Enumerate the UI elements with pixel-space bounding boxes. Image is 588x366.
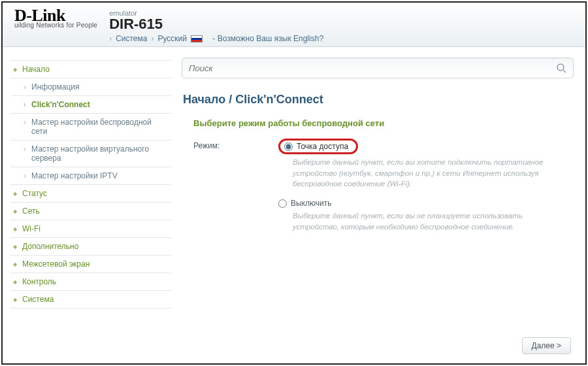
option-description: Выберите данный пункт, если вы не планир… — [293, 210, 561, 232]
sidebar-item-system[interactable]: Система — [10, 291, 171, 308]
sidebar-item-iptv-wizard[interactable]: Мастер настройки IPTV — [10, 167, 171, 185]
brand-logo: D-Link — [14, 8, 97, 23]
sidebar-item-wifi[interactable]: Wi-Fi — [10, 220, 171, 238]
search-field[interactable] — [182, 58, 574, 78]
option-disable: Выключить Выберите данный пункт, если вы… — [278, 199, 574, 232]
radio-access-point[interactable] — [284, 142, 293, 151]
header-crumbs: › Система › Русский - Возможно Ваш язык … — [109, 34, 323, 43]
sidebar-item-network[interactable]: Сеть — [10, 203, 171, 220]
sidebar-item-firewall[interactable]: Межсетевой экран — [10, 256, 171, 273]
search-input[interactable] — [189, 63, 556, 73]
logo-block: D-Link uilding Networks for People — [14, 8, 97, 29]
breadcrumb: Начало / Click'n'Connect — [183, 93, 574, 107]
section-title: Выберите режим работы беспроводной сети — [193, 118, 574, 128]
chevron-icon: › — [151, 34, 154, 43]
sidebar-item-status[interactable]: Статус — [10, 185, 171, 203]
header: D-Link uilding Networks for People emula… — [3, 3, 585, 47]
option-label[interactable]: Точка доступа — [297, 142, 348, 151]
mode-label: Режим: — [193, 139, 278, 150]
sidebar-item-clicknconnect[interactable]: Click'n'Connect — [10, 96, 171, 114]
svg-line-1 — [563, 70, 566, 73]
sidebar-item-wifi-wizard[interactable]: Мастер настройки беспроводной сети — [10, 114, 171, 141]
language-suggestion[interactable]: - Возможно Ваш язык English? — [212, 34, 323, 43]
brand-tagline: uilding Networks for People — [14, 22, 97, 29]
svg-point-0 — [557, 64, 564, 71]
sidebar-item-start[interactable]: Начало — [10, 61, 171, 78]
next-button[interactable]: Далее > — [522, 337, 572, 354]
radio-disable[interactable] — [278, 199, 287, 208]
option-description: Выберите данный пункт, если вы хотите по… — [293, 157, 561, 190]
sidebar-item-advanced[interactable]: Дополнительно — [10, 238, 171, 256]
option-access-point: Точка доступа Выберите данный пункт, есл… — [278, 139, 574, 190]
nav-menu: Начало Информация Click'n'Connect Мастер… — [10, 60, 171, 308]
option-label[interactable]: Выключить — [291, 199, 331, 208]
sidebar-item-vserver-wizard[interactable]: Мастер настройки виртуального сервера — [10, 141, 171, 167]
search-icon — [556, 63, 566, 73]
highlight-callout: Точка доступа — [278, 139, 358, 154]
content-area: Начало / Click'n'Connect Выберите режим … — [178, 51, 585, 363]
sidebar-item-info[interactable]: Информация — [10, 78, 171, 96]
flag-ru-icon — [191, 35, 203, 42]
sidebar-item-control[interactable]: Контроль — [10, 273, 171, 291]
crumb-language[interactable]: Русский — [157, 34, 187, 43]
crumb-system[interactable]: Система — [116, 34, 147, 43]
chevron-icon: › — [109, 34, 112, 43]
model-name: DIR-615 — [109, 16, 323, 33]
sidebar: Начало Информация Click'n'Connect Мастер… — [3, 51, 178, 363]
